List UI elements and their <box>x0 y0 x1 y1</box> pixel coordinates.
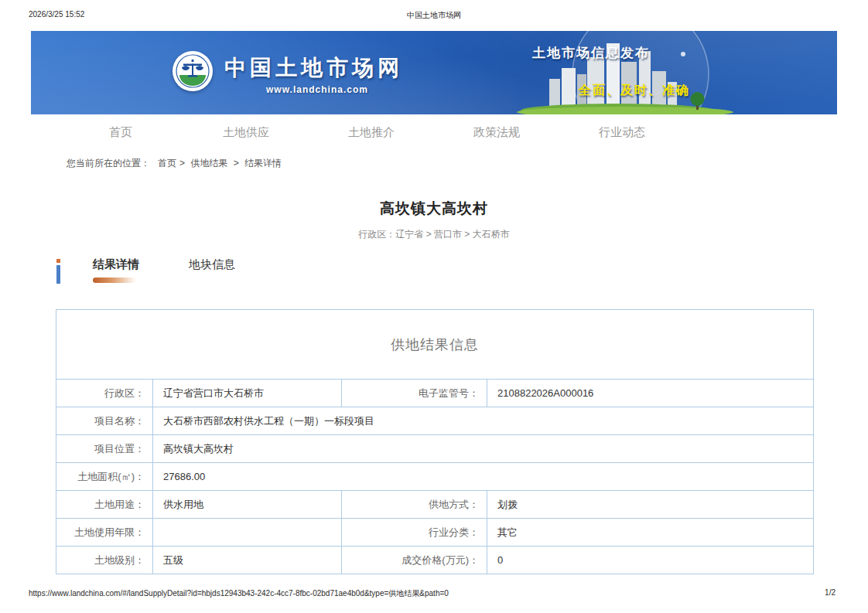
site-banner: 中国土地市场网 www.landchina.com 土地市场信息发布 全面、及时… <box>31 31 837 114</box>
breadcrumb: 您当前所在的位置：首页> 供地结果 > 结果详情 <box>67 157 285 170</box>
detail-tabs: 结果详情 地块信息 <box>56 257 235 284</box>
row-value: 2108822026A000016 <box>487 380 813 407</box>
table-row: 土地面积(㎡)： 27686.00 <box>56 462 813 490</box>
row-value: 五级 <box>152 547 341 574</box>
tab-result-detail[interactable]: 结果详情 <box>93 257 139 283</box>
table-row: 土地用途： 供水用地 供地方式： 划拨 <box>56 490 813 518</box>
row-label: 土地用途： <box>56 491 152 518</box>
table-row: 土地使用年限： 行业分类： 其它 <box>56 518 813 546</box>
supply-result-table: 供地结果信息 行政区： 辽宁省营口市大石桥市 电子监管号： 2108822026… <box>56 309 814 574</box>
row-value: 大石桥市西部农村供水工程（一期）一标段项目 <box>152 407 813 434</box>
row-value: 划拨 <box>487 491 813 518</box>
print-header-title: 中国土地市场网 <box>0 10 868 21</box>
nav-item-land-supply[interactable]: 土地供应 <box>183 125 309 140</box>
row-value: 27686.00 <box>152 463 813 490</box>
row-value: 辽宁省营口市大石桥市 <box>152 380 341 407</box>
print-footer-page-indicator: 1/2 <box>825 588 836 597</box>
banner-slogan-bottom: 全面、及时、准确 <box>579 83 690 99</box>
tab-parcel-info-label: 地块信息 <box>189 257 235 272</box>
table-row: 土地级别： 五级 成交价格(万元)： 0 <box>56 546 813 574</box>
nav-item-land-promotion[interactable]: 土地推介 <box>309 125 434 140</box>
row-label: 项目名称： <box>56 407 152 434</box>
row-label: 电子监管号： <box>341 380 487 407</box>
row-label: 供地方式： <box>341 491 487 518</box>
row-label: 项目位置： <box>56 435 152 462</box>
breadcrumb-supply-result-link[interactable]: 供地结果 <box>190 158 227 169</box>
breadcrumb-separator: > <box>234 158 239 169</box>
print-footer-url: https://www.landchina.com/#/landSupplyDe… <box>29 588 449 599</box>
nav-item-home[interactable]: 首页 <box>58 125 183 140</box>
site-url: www.landchina.com <box>266 84 368 95</box>
main-nav: 首页 土地供应 土地推介 政策法规 行业动态 <box>31 114 837 150</box>
breadcrumb-prefix: 您当前所在的位置： <box>67 158 150 169</box>
row-value: 其它 <box>487 519 813 546</box>
row-label: 成交价格(万元)： <box>341 547 487 574</box>
active-tab-underline <box>93 278 136 283</box>
site-logo-icon <box>173 51 213 91</box>
nav-item-policies[interactable]: 政策法规 <box>434 125 559 140</box>
row-label: 行业分类： <box>341 519 487 546</box>
row-label: 行政区： <box>56 380 152 407</box>
tab-result-detail-label: 结果详情 <box>93 257 139 272</box>
row-value: 高坎镇大高坎村 <box>152 435 813 462</box>
breadcrumb-home-link[interactable]: 首页 <box>158 158 176 169</box>
page-title: 高坎镇大高坎村 <box>0 199 868 219</box>
print-preview-page: 2026/3/25 15:52 中国土地市场网 中国土地市场网 www.land… <box>0 0 868 613</box>
breadcrumb-current: 结果详情 <box>244 158 282 169</box>
row-label: 土地级别： <box>56 547 152 574</box>
site-name: 中国土地市场网 <box>224 53 403 83</box>
row-label: 土地面积(㎡)： <box>56 463 152 490</box>
region-path: 行政区：辽宁省 > 营口市 > 大石桥市 <box>0 228 868 241</box>
table-title: 供地结果信息 <box>56 310 813 379</box>
row-value: 0 <box>487 547 813 574</box>
section-marker-icon <box>56 259 60 284</box>
banner-slogan-top: 土地市场信息发布 <box>532 44 650 62</box>
table-row: 行政区： 辽宁省营口市大石桥市 电子监管号： 2108822026A000016 <box>56 379 813 407</box>
row-label: 土地使用年限： <box>56 519 152 546</box>
table-row: 项目名称： 大石桥市西部农村供水工程（一期）一标段项目 <box>56 407 813 434</box>
breadcrumb-separator: > <box>179 158 185 169</box>
row-value <box>152 519 341 546</box>
table-row: 项目位置： 高坎镇大高坎村 <box>56 434 813 462</box>
tab-parcel-info[interactable]: 地块信息 <box>189 257 235 272</box>
nav-item-industry-news[interactable]: 行业动态 <box>559 125 685 140</box>
row-value: 供水用地 <box>152 491 341 518</box>
